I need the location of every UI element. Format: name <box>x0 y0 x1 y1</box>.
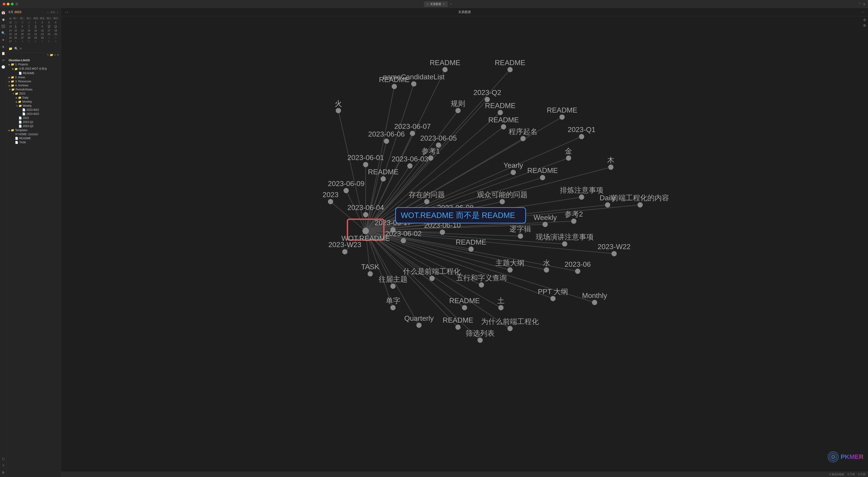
graph-node[interactable]: 前端工程化的内容 <box>611 194 669 208</box>
search-rail-icon[interactable]: 🔍 <box>0 30 6 36</box>
graph-node[interactable]: 2023-W22 <box>598 243 631 256</box>
tree-item-w22[interactable]: 📄2023-W22 <box>7 108 61 112</box>
help-icon[interactable]: ? <box>1 463 6 469</box>
calendar-day[interactable]: 29 <box>12 21 19 24</box>
calendar-day[interactable]: 5 <box>12 24 19 29</box>
tree-item-y2023[interactable]: 📄2023 <box>7 116 61 120</box>
calendar-day[interactable]: 1 <box>32 21 39 24</box>
calendar-day[interactable]: 13 <box>19 29 26 32</box>
tree-root[interactable]: Obsidian-LifeOS <box>7 58 61 62</box>
graph-node[interactable]: 2023-Q1 <box>567 125 595 139</box>
graph-node[interactable]: README <box>430 59 460 72</box>
calendar-day[interactable]: 27 <box>19 36 26 39</box>
tree-item-w23[interactable]: 📄2023-W23 <box>7 112 61 116</box>
calendar-day[interactable]: 30 <box>19 21 26 24</box>
calendar-day[interactable]: 16 <box>39 29 46 32</box>
graph-node[interactable]: 2023 <box>322 190 338 204</box>
graph-node[interactable]: README <box>449 297 480 310</box>
calendar-day[interactable]: 14 <box>26 29 32 32</box>
calendar-day[interactable]: 3 <box>12 39 19 43</box>
plugin-icon[interactable]: ⬡ <box>1 456 6 461</box>
calendar-day[interactable]: 7 <box>26 24 32 29</box>
tree-item-q1[interactable]: 📄2023-Q1 <box>7 120 61 124</box>
calendar-day[interactable]: 4 <box>52 21 59 24</box>
graph-node[interactable]: README <box>495 59 525 72</box>
tree-item-periodicnotes[interactable]: ▼📁PeriodicNotes <box>7 88 61 92</box>
minimize-button[interactable] <box>7 3 9 5</box>
graph-node[interactable]: 主题大纲 <box>495 259 524 273</box>
diff-icon[interactable]: ⇄ <box>1 57 6 63</box>
sort-icon[interactable]: ≡ <box>54 53 56 57</box>
tree-item-readme-root[interactable]: 📄README <box>7 136 61 140</box>
graph-node[interactable]: 单字 <box>386 297 400 310</box>
graph-node[interactable]: README <box>443 316 473 330</box>
calendar-day[interactable]: 19 <box>12 32 19 36</box>
tree-item-daily[interactable]: ▶📁Daily <box>7 96 61 100</box>
tree-item-areas[interactable]: ▶📁2. Areas <box>7 75 61 79</box>
graph-node[interactable]: 排炼注意事项 <box>560 186 603 200</box>
graph-node[interactable]: 水 <box>543 259 550 273</box>
tree-item-weekly[interactable]: ▼📁Weekly <box>7 104 61 108</box>
graph-filter-icon[interactable]: ⊞ <box>863 24 866 27</box>
graph-node[interactable]: 2023-06 <box>565 260 591 274</box>
graph-area[interactable]: READMEREADMEnameCandidateListREADME2023-… <box>61 16 868 472</box>
new-tab-button[interactable]: + <box>449 2 453 6</box>
calendar-day[interactable]: 18 <box>52 29 59 32</box>
graph-node[interactable]: 2023-06-04 <box>347 204 384 217</box>
tree-item-resources[interactable]: ▶📁3. Resources <box>7 79 61 83</box>
graph-node[interactable]: PPT 大纲 <box>538 288 568 301</box>
graph-node[interactable]: 土 <box>497 297 504 310</box>
window-minimize-icon[interactable]: ⌃ <box>859 2 861 6</box>
calendar-today-button[interactable]: 今天 <box>50 10 55 14</box>
graph-node[interactable]: 程序起名 <box>508 127 537 141</box>
calendar-day[interactable]: 1 <box>46 36 53 39</box>
tree-item-projects[interactable]: ▶📁1. Projects <box>7 62 61 66</box>
tree-item-task[interactable]: 📄TASK <box>7 140 61 145</box>
graph-node[interactable]: README <box>485 101 516 115</box>
collapse-icon[interactable]: ✕ <box>57 53 59 57</box>
calendar-day[interactable]: 15 <box>32 29 39 32</box>
graph-node[interactable]: README <box>456 238 486 252</box>
calendar-day[interactable]: 2 <box>39 21 46 24</box>
calendar-day[interactable]: 29 <box>32 36 39 39</box>
graph-node[interactable]: 逻字辑 <box>509 225 531 239</box>
calendar-day[interactable]: 31 <box>26 21 32 24</box>
calendar-day[interactable]: 11 <box>52 24 59 29</box>
graph-node[interactable]: 规则 <box>451 99 465 113</box>
graph-node-fire[interactable]: 火 <box>335 99 342 113</box>
calendar-day[interactable]: 8 <box>46 39 53 43</box>
calendar-day[interactable]: 6 <box>19 24 26 29</box>
maximize-button[interactable] <box>11 3 13 5</box>
graph-settings-icon[interactable]: ⚙ <box>863 18 866 22</box>
graph-node[interactable]: 木 <box>607 156 614 170</box>
calendar-day[interactable]: 21 <box>26 32 32 36</box>
calendar-day[interactable]: 17 <box>46 29 53 32</box>
tree-item-archives[interactable]: ▶📁4. Archives <box>7 83 61 88</box>
graph-node[interactable]: 2023-06-02 <box>385 230 422 243</box>
graph-node[interactable]: 观众可能的问题 <box>477 190 528 204</box>
graph-node[interactable]: 往届主题 <box>379 275 408 289</box>
calendar-day[interactable]: 28 <box>26 36 32 39</box>
new-note-icon[interactable]: ✎ <box>47 53 49 57</box>
back-button[interactable]: ‹ <box>65 10 66 14</box>
graph-node[interactable]: Monthly <box>582 291 607 305</box>
calendar-day[interactable]: 23 <box>39 32 46 36</box>
graph-node[interactable]: 2023-06-05 <box>420 134 457 148</box>
calendar-day[interactable]: 7 <box>39 39 46 43</box>
calendar-icon[interactable]: 📅 <box>0 10 6 16</box>
calendar-day[interactable]: 30 <box>39 36 46 39</box>
graph-node[interactable]: 五行和字义查询 <box>456 274 507 288</box>
graph-node[interactable]: 金 <box>565 147 572 161</box>
star-icon[interactable]: ★ <box>1 37 6 42</box>
calendar-day[interactable]: 9 <box>39 24 46 29</box>
tree-item-home[interactable]: 🗺HOMECANVAS <box>7 132 61 136</box>
tree-item-templates[interactable]: ▶📁Templates <box>7 128 61 132</box>
calendar-next-button[interactable]: › <box>56 10 59 14</box>
calendar-day[interactable]: 22 <box>32 32 39 36</box>
graph-node[interactable]: 2023-W23 <box>329 241 362 254</box>
graph-node[interactable]: Yearly <box>503 161 523 175</box>
calendar-day[interactable]: 26 <box>12 36 19 39</box>
graph-node[interactable]: README <box>547 106 577 120</box>
graph-node[interactable]: README <box>368 168 399 182</box>
tree-item-readme-wot[interactable]: 📄README <box>7 71 61 75</box>
